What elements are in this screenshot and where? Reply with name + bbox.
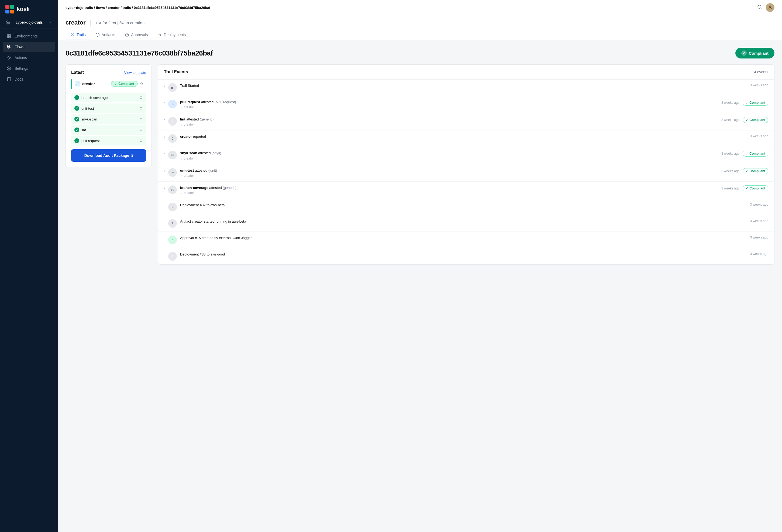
event-artifact-running-main: Artifact creator started running in aws-…	[180, 219, 747, 224]
event-unit-test-sub: ↳ creator	[180, 174, 718, 178]
compliant-check-icon: ✓	[741, 50, 747, 56]
event-trail-started-chevron[interactable]: ›	[164, 84, 165, 88]
tab-trails-label: Trails	[77, 33, 86, 37]
event-branch-coverage-main: branch-coverage attested (generic)	[180, 185, 718, 190]
step-check-icon: ✓	[74, 95, 79, 100]
event-deployment-33-content: Deployment #33 to aws-prod	[180, 252, 747, 257]
step-unit-test-gear[interactable]: ⚙	[139, 106, 143, 110]
creator-flow-name: creator	[82, 82, 95, 86]
svg-point-6	[758, 5, 761, 8]
avatar[interactable]	[766, 3, 775, 12]
event-pull-request-chevron[interactable]: ›	[164, 101, 165, 104]
event-pull-request-meta: 3 weeks ago ✓Compliant	[721, 100, 768, 106]
event-trail-started-meta: 3 weeks ago	[750, 83, 768, 87]
step-unit-test-name: unit-test	[81, 106, 94, 110]
tab-artifacts-label: Artifacts	[102, 33, 115, 37]
event-snyk-scan-chevron[interactable]: ›	[164, 151, 165, 155]
step-pull-request-gear[interactable]: ⚙	[139, 139, 143, 143]
event-unit-test-meta: 3 weeks ago ✓Compliant	[721, 168, 768, 174]
approvals-tab-icon	[125, 33, 129, 37]
step-lint-gear[interactable]: ⚙	[139, 128, 143, 132]
event-lint-avatar: L	[168, 117, 177, 126]
main-content: cyber-dojo-trails / flows / creator / tr…	[58, 0, 782, 532]
event-snyk-scan: › SS snyk-scan attested (snyk) ↳ creator…	[158, 147, 774, 164]
view-template-link[interactable]: View template	[124, 71, 146, 75]
step-unit-test-left: ✓ unit-test	[74, 106, 94, 111]
event-artifact-running-time: 3 weeks ago	[750, 219, 768, 223]
two-col-layout: Latest View template creator ✓ Comp	[66, 64, 775, 525]
creator-flow-icon	[75, 81, 80, 86]
event-trail-started-main: Trail Started	[180, 83, 747, 88]
step-snyk-scan-gear[interactable]: ⚙	[139, 117, 143, 121]
step-unit-test: ✓ unit-test ⚙	[71, 104, 146, 113]
event-trail-started: › ▶ Trail Started 3 weeks ago	[158, 79, 774, 96]
sidebar-item-flows[interactable]: Flows	[3, 42, 55, 52]
event-branch-coverage-chevron[interactable]: ›	[164, 186, 165, 190]
search-button[interactable]	[757, 5, 762, 10]
event-snyk-scan-main: snyk-scan attested (snyk)	[180, 151, 718, 155]
events-panel: Trail Events 14 events › ▶ Trail Started…	[158, 64, 775, 264]
event-deployment-33-meta: 3 weeks ago	[750, 252, 768, 256]
events-title: Trail Events	[164, 70, 188, 74]
event-deployment-32-avatar: D	[168, 203, 177, 211]
step-pull-request-name: pull-request	[81, 139, 100, 143]
sidebar-item-environments[interactable]: Environments	[3, 31, 55, 41]
svg-rect-1	[9, 35, 10, 36]
sidebar-item-actions[interactable]: Actions	[3, 52, 55, 63]
event-lint-sub: ↳ creator	[180, 122, 718, 127]
logo-icon	[5, 5, 14, 13]
chevron-down-icon	[48, 20, 52, 25]
sidebar-item-docs[interactable]: Docs	[3, 74, 55, 84]
tab-deployments[interactable]: Deployments	[153, 30, 191, 40]
step-snyk-scan: ✓ snyk-scan ⚙	[71, 114, 146, 124]
creator-gear-icon[interactable]: ⚙	[140, 82, 143, 86]
sidebar-item-settings[interactable]: Settings	[3, 63, 55, 74]
event-creator-reported-time: 3 weeks ago	[750, 134, 768, 138]
topbar-right	[757, 3, 775, 12]
event-creator-reported-meta: 3 weeks ago	[750, 134, 768, 138]
step-branch-coverage: ✓ branch-coverage ⚙	[71, 93, 146, 102]
compliant-badge-label: Compliant	[749, 51, 769, 56]
event-pull-request-avatar: PR	[168, 100, 177, 108]
event-lint-chevron[interactable]: ›	[164, 118, 165, 121]
svg-point-5	[8, 68, 9, 69]
tabs: Trails Artifacts Approvals Deployments	[66, 30, 775, 40]
event-lint-content: lint attested (generic) ↳ creator	[180, 117, 718, 127]
event-approval-15-avatar: ✓	[168, 236, 177, 244]
flow-description: UX for Group/Kata creation	[96, 21, 144, 25]
event-unit-test-chevron[interactable]: ›	[164, 169, 165, 173]
flow-name: creator	[66, 19, 86, 26]
event-unit-test-avatar: UT	[168, 168, 177, 177]
event-creator-reported-chevron[interactable]: ›	[164, 135, 165, 139]
event-deployment-32-main: Deployment #32 to aws-beta	[180, 203, 747, 208]
tab-trails[interactable]: Trails	[66, 30, 91, 40]
book-icon	[6, 77, 11, 82]
org-name: cyber-dojo-trails	[16, 20, 43, 25]
event-approval-15-main: Approval #15 created by external://Jon J…	[180, 236, 747, 240]
logo[interactable]: kosli	[0, 0, 58, 18]
home-icon	[5, 20, 10, 25]
latest-title: Latest	[71, 70, 84, 75]
event-branch-coverage-sub: ↳ creator	[180, 191, 718, 195]
deployments-tab-icon	[158, 33, 162, 37]
event-approval-15: › ✓ Approval #15 created by external://J…	[158, 232, 774, 248]
download-audit-package-button[interactable]: Download Audit Package ℹ	[71, 149, 146, 162]
creator-row: creator ✓ Compliant ⚙	[71, 79, 146, 89]
event-pull-request-sub: ↳ creator	[180, 105, 718, 109]
event-artifact-running-avatar: A	[168, 219, 177, 228]
event-artifact-running: › A Artifact creator started running in …	[158, 215, 774, 232]
event-branch-coverage-content: branch-coverage attested (generic) ↳ cre…	[180, 185, 718, 195]
logo-text: kosli	[17, 6, 30, 13]
org-switcher[interactable]: cyber-dojo-trails	[0, 18, 58, 29]
step-snyk-scan-left: ✓ snyk-scan	[74, 117, 97, 121]
sidebar-divider	[0, 29, 58, 29]
event-snyk-scan-content: snyk-scan attested (snyk) ↳ creator	[180, 151, 718, 160]
step-branch-coverage-gear[interactable]: ⚙	[139, 96, 143, 100]
tab-approvals[interactable]: Approvals	[120, 30, 152, 40]
event-lint: › L lint attested (generic) ↳ creator 3 …	[158, 113, 774, 131]
step-branch-coverage-left: ✓ branch-coverage	[74, 95, 108, 100]
tab-artifacts[interactable]: Artifacts	[91, 30, 120, 40]
flow-separator: |	[90, 19, 92, 26]
event-deployment-33: › D Deployment #33 to aws-prod 3 weeks a…	[158, 248, 774, 264]
creator-status-label: Compliant	[118, 82, 134, 86]
